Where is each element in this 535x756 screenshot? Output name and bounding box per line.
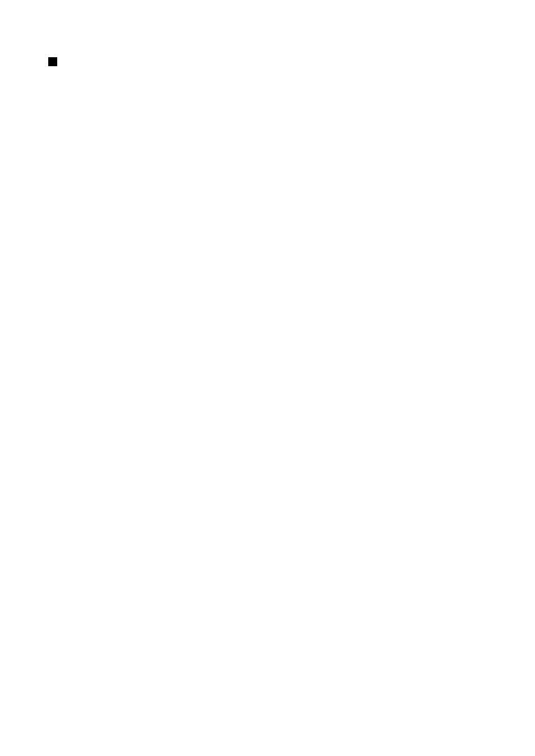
section-bullet — [48, 57, 57, 66]
